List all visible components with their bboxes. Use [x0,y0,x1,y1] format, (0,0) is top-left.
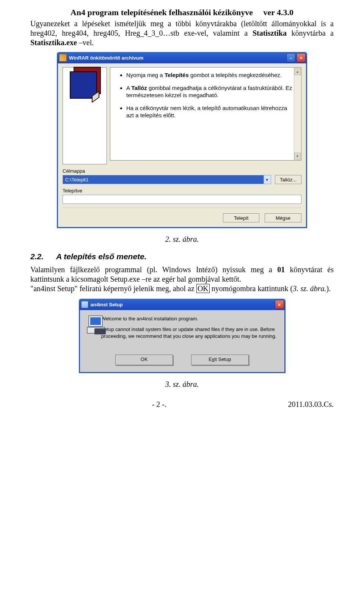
section-heading-2-2: 2.2. A telepítés első menete. [30,252,334,261]
paragraph-1: Ugyanezeket a lépéseket ismételjük meg a… [30,19,334,47]
ok-text-highlight: OK [196,284,210,293]
logo-pane [63,67,107,164]
window-title: WinRAR önkitömörítő archívum [69,55,285,61]
doc-header: An4 program telepítésének felhasználói k… [30,8,334,17]
dest-folder-combo[interactable]: C:\Telepit1 ▾ [63,175,271,184]
bullet-3: Ha a célkönyvtár nem lézik, a telepítő a… [126,104,296,119]
progress-bar [63,195,301,204]
page-number: - 2 -. [152,400,166,409]
dialog-title: an4inst Setup [91,302,274,307]
doc-version: ver 4.3.0 [263,8,293,17]
info-text-pane: Nyomja meg a Telepítés gombot a telepíté… [110,67,301,161]
scrollbar-vertical[interactable]: ▲ ▼ [294,68,301,160]
section-number: 2.2. [30,252,44,261]
scroll-up-button[interactable]: ▲ [294,68,301,75]
paragraph-2: Valamilyen fájlkezelő programmal (pl. Wi… [30,265,334,284]
footer-date: 2011.03.03.Cs. [288,400,334,409]
titlebar[interactable]: WinRAR önkitömörítő archívum – × [57,52,307,63]
paragraph-3: "an4inst Setup" feliratú képernyő jeleni… [30,284,334,293]
page-footer: - 2 -. 2011.03.03.Cs. [30,400,334,409]
setup-dialog: an4inst Setup × Welcome to the an4inst i… [79,299,286,373]
progress-label: Telepítve [63,188,301,194]
bullet-2: A Tallóz gombbal megadhatja a célkönyvtá… [126,84,296,99]
window-client: Nyomja meg a Telepítés gombot a telepíté… [57,63,307,228]
close-button[interactable]: × [297,53,306,62]
winrar-icon [59,54,67,61]
computer-icon [87,315,96,334]
doc-title: An4 program telepítésének felhasználói k… [71,8,253,17]
minimize-button[interactable]: – [286,53,295,62]
setup-icon [81,301,88,308]
books-icon [70,71,100,98]
exit-setup-button[interactable]: Exit Setup [191,355,249,365]
dialog-message: Welcome to the an4inst installation prog… [101,315,278,344]
install-button[interactable]: Telepít [223,213,259,222]
chevron-down-icon[interactable]: ▾ [264,175,271,184]
section-title: A telepítés első menete. [56,252,146,261]
dialog-client: Welcome to the an4inst installation prog… [79,310,286,373]
titlebar[interactable]: an4inst Setup × [79,299,286,310]
figure-3-caption: 3. sz. ábra. [30,380,334,389]
dest-folder-value: C:\Telepit1 [65,177,88,183]
winrar-window: WinRAR önkitömörítő archívum – × Nyomja … [57,52,307,228]
close-button[interactable]: × [275,300,284,309]
browse-button[interactable]: Tallóz... [275,175,301,184]
scroll-down-button[interactable]: ▼ [294,153,301,160]
figure-2-caption: 2. sz. ábra. [30,235,334,244]
message-line-1: Welcome to the an4inst installation prog… [101,315,278,322]
bullet-1: Nyomja meg a Telepítés gombot a telepíté… [126,71,296,79]
ok-button[interactable]: OK [115,355,173,365]
cancel-button[interactable]: Mégse [265,213,301,222]
message-line-2: Setup cannot install system files or upd… [101,326,278,340]
dest-folder-label: Célmappa [63,168,301,174]
